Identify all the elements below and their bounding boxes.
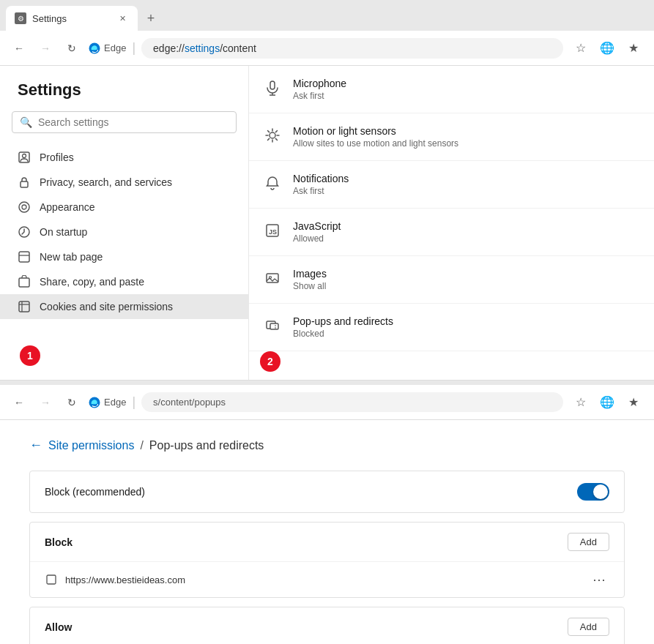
refresh-button[interactable]: ↻ [62, 38, 82, 59]
sidebar-item-share[interactable]: Share, copy, and paste [0, 269, 248, 294]
popups-subtitle: Blocked [293, 329, 639, 339]
forward-button[interactable]: → [35, 38, 56, 59]
share-label: Share, copy, and paste [40, 276, 144, 288]
images-text: Images Show all [293, 268, 639, 291]
svg-point-2 [23, 154, 26, 158]
svg-line-20 [268, 131, 270, 132]
block-section-card: Block Add https://www.bestieideas.com ⋯ [29, 522, 625, 598]
url-prefix: edge:// [153, 42, 185, 54]
microphone-title: Microphone [293, 78, 639, 89]
new-tab-button[interactable]: + [141, 8, 161, 29]
favorites-icon[interactable]: ☆ [569, 37, 592, 60]
allow-section-title: Allow [45, 621, 72, 633]
svg-line-22 [275, 131, 277, 132]
url-separator: | [132, 40, 135, 56]
breadcrumb-site-permissions-link[interactable]: Site permissions [48, 439, 134, 452]
permission-microphone[interactable]: Microphone Ask first [249, 66, 654, 113]
blocked-site-more-button[interactable]: ⋯ [589, 569, 609, 590]
svg-text:JS: JS [269, 228, 277, 236]
popups-favorites-icon[interactable]: ☆ [569, 391, 592, 414]
microphone-icon [264, 79, 281, 97]
images-icon [264, 269, 281, 287]
edge-logo: Edge [88, 42, 126, 55]
popups-address-bar: ← → ↻ Edge | s/content/popups ☆ 🌐 ★ [0, 385, 654, 420]
block-section-header: Block Add [30, 523, 624, 561]
appearance-icon [18, 201, 31, 214]
permissions-list: Microphone Ask first [249, 66, 654, 380]
permission-popups[interactable]: Pop-ups and redirects Blocked [249, 304, 654, 351]
add-allow-button[interactable]: Add [568, 618, 609, 636]
block-recommended-toggle[interactable] [577, 483, 609, 501]
sidebar-item-appearance[interactable]: Appearance [0, 195, 248, 220]
popups-content: ← Site permissions / Pop-ups and redirec… [0, 420, 654, 644]
tab-close-button[interactable]: ✕ [116, 12, 129, 25]
settings-tab[interactable]: ⚙ Settings ✕ [6, 6, 138, 31]
svg-line-23 [268, 138, 270, 140]
permission-motion[interactable]: Motion or light sensors Allow sites to u… [249, 113, 654, 161]
svg-rect-3 [21, 181, 28, 187]
step-badge-1: 1 [20, 345, 40, 366]
popups-icon [264, 317, 281, 334]
tab-title: Settings [32, 13, 110, 24]
svg-point-15 [270, 132, 275, 138]
sidebar-item-cookies[interactable]: Cookies and site permissions [0, 294, 248, 319]
back-button[interactable]: ← [9, 38, 29, 59]
svg-rect-31 [47, 575, 56, 584]
newtab-icon [18, 250, 31, 263]
sidebar-item-startup[interactable]: On startup [0, 220, 248, 244]
privacy-label: Privacy, search, and services [40, 176, 172, 188]
notifications-title: Notifications [293, 173, 639, 184]
block-section-title: Block [45, 536, 73, 548]
svg-point-5 [22, 205, 26, 209]
motion-title: Motion or light sensors [293, 125, 639, 137]
appearance-label: Appearance [40, 201, 95, 213]
step-badge-2: 2 [260, 351, 280, 372]
block-recommended-card: Block (recommended) [29, 471, 625, 513]
breadcrumb-separator: / [140, 439, 143, 452]
permission-notifications[interactable]: Notifications Ask first [249, 161, 654, 209]
popups-back-btn[interactable]: ← [9, 392, 29, 413]
notifications-icon [264, 174, 281, 192]
search-input[interactable] [38, 116, 228, 128]
blocked-site-icon [45, 573, 58, 586]
popups-edge-text: Edge [104, 397, 126, 408]
search-icon: 🔍 [20, 116, 32, 128]
javascript-title: JavaScript [293, 220, 639, 232]
share-icon [18, 275, 31, 288]
motion-icon [264, 127, 281, 144]
url-highlight: settings [185, 42, 220, 54]
settings-window: 1 2 Settings 🔍 Profiles [0, 66, 654, 381]
popups-title: Pop-ups and redirects [293, 315, 639, 327]
breadcrumb: ← Site permissions / Pop-ups and redirec… [29, 438, 625, 453]
url-suffix: /content [220, 42, 256, 54]
cookies-label: Cookies and site permissions [40, 301, 173, 312]
microphone-text: Microphone Ask first [293, 78, 639, 101]
profiles-label: Profiles [40, 151, 74, 163]
breadcrumb-back-arrow[interactable]: ← [29, 438, 42, 453]
popups-text: Pop-ups and redirects Blocked [293, 315, 639, 339]
popups-collection-icon[interactable]: ★ [622, 391, 645, 414]
images-title: Images [293, 268, 639, 280]
search-box[interactable]: 🔍 [12, 111, 237, 133]
popups-globe-icon[interactable]: 🌐 [595, 391, 619, 414]
add-block-button[interactable]: Add [568, 533, 609, 551]
popups-forward-btn[interactable]: → [35, 392, 56, 413]
sidebar-item-profiles[interactable]: Profiles [0, 145, 248, 170]
motion-text: Motion or light sensors Allow sites to u… [293, 125, 639, 149]
profiles-icon [18, 151, 31, 164]
javascript-icon: JS [264, 222, 281, 239]
globe-icon[interactable]: 🌐 [595, 37, 619, 60]
permission-images[interactable]: Images Show all [249, 256, 654, 304]
popups-refresh-btn[interactable]: ↻ [62, 392, 82, 413]
javascript-text: JavaScript Allowed [293, 220, 639, 244]
settings-sidebar: Settings 🔍 Profiles [0, 66, 249, 380]
sidebar-item-privacy[interactable]: Privacy, search, and services [0, 170, 248, 195]
sidebar-item-newtab[interactable]: New tab page [0, 244, 248, 269]
notifications-text: Notifications Ask first [293, 173, 639, 196]
tab-favicon: ⚙ [15, 12, 26, 24]
popups-url-bar[interactable]: s/content/popups [141, 392, 563, 412]
url-bar[interactable]: edge://settings/content [141, 38, 563, 59]
motion-subtitle: Allow sites to use motion and light sens… [293, 138, 639, 149]
permission-javascript[interactable]: JS JavaScript Allowed [249, 209, 654, 256]
collection-icon[interactable]: ★ [622, 37, 645, 60]
